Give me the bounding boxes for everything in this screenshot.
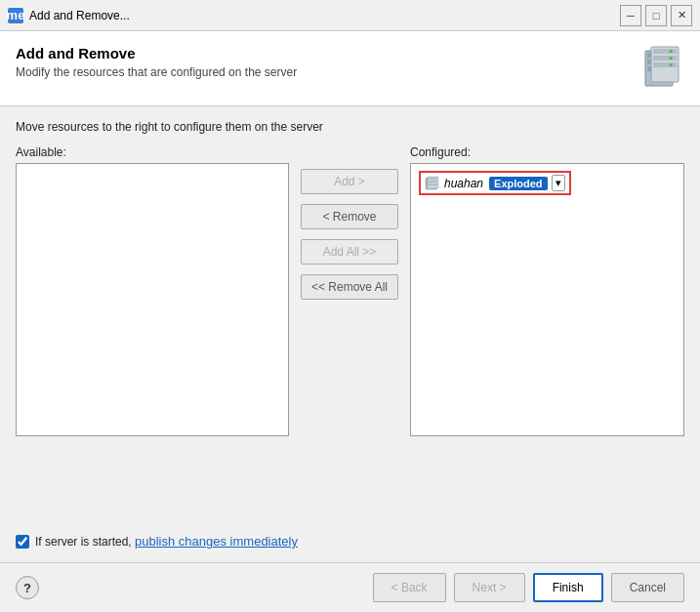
footer-left: ? <box>16 576 39 599</box>
checkbox-label: If server is started, publish changes im… <box>35 534 298 549</box>
dialog-subtitle: Modify the resources that are configured… <box>16 65 297 79</box>
svg-point-11 <box>670 50 673 53</box>
dialog-footer: ? < Back Next > Finish Cancel <box>0 562 700 612</box>
minimize-button[interactable]: ─ <box>620 5 641 26</box>
configured-item: huahan Exploded ▾ <box>415 168 679 198</box>
available-list[interactable] <box>16 163 289 436</box>
dialog-header: Add and Remove Modify the resources that… <box>0 31 700 106</box>
publish-checkbox[interactable] <box>16 535 29 549</box>
title-bar: me Add and Remove... ─ □ ✕ <box>0 0 700 31</box>
svg-point-12 <box>670 57 673 60</box>
configured-item-wrapper[interactable]: huahan Exploded ▾ <box>419 171 571 195</box>
finish-button[interactable]: Finish <box>533 573 603 602</box>
available-section: Available: <box>16 145 289 436</box>
svg-rect-19 <box>429 178 437 180</box>
configured-section: Configured: <box>410 145 684 436</box>
instruction-text: Move resources to the right to configure… <box>16 120 684 134</box>
svg-rect-8 <box>653 49 677 54</box>
title-bar-title: Add and Remove... <box>29 9 620 22</box>
cancel-button[interactable]: Cancel <box>611 573 684 602</box>
close-button[interactable]: ✕ <box>671 5 692 26</box>
svg-rect-9 <box>653 56 677 61</box>
configured-item-badge: Exploded <box>489 177 548 190</box>
configured-list[interactable]: huahan Exploded ▾ <box>410 163 684 436</box>
item-icon <box>425 176 440 191</box>
back-button[interactable]: < Back <box>373 573 446 602</box>
header-text: Add and Remove Modify the resources that… <box>16 45 297 79</box>
configured-label: Configured: <box>410 145 684 159</box>
maximize-button[interactable]: □ <box>645 5 667 26</box>
add-all-button[interactable]: Add All >> <box>301 239 398 265</box>
svg-rect-21 <box>429 184 437 185</box>
middle-buttons: Add > < Remove Add All >> << Remove All <box>289 145 410 300</box>
configured-item-name: huahan <box>444 177 483 190</box>
available-label: Available: <box>16 145 289 159</box>
svg-point-13 <box>670 63 673 66</box>
help-button[interactable]: ? <box>16 576 39 599</box>
remove-button[interactable]: < Remove <box>301 204 398 229</box>
panels-row: Available: Add > < Remove Add All >> << … <box>16 145 684 520</box>
remove-all-button[interactable]: << Remove All <box>301 274 398 300</box>
window-controls: ─ □ ✕ <box>620 5 692 26</box>
add-button[interactable]: Add > <box>301 169 398 194</box>
dialog-content: Move resources to the right to configure… <box>0 106 700 562</box>
svg-rect-10 <box>653 62 677 67</box>
footer-right: < Back Next > Finish Cancel <box>373 573 684 602</box>
publish-link[interactable]: publish changes immediately <box>135 534 298 549</box>
configured-dropdown[interactable]: ▾ <box>552 175 565 191</box>
next-button[interactable]: Next > <box>454 573 525 602</box>
server-icon <box>638 45 684 92</box>
app-icon: me <box>8 8 23 23</box>
checkbox-row: If server is started, publish changes im… <box>16 534 684 549</box>
dialog-title: Add and Remove <box>16 45 297 61</box>
svg-rect-20 <box>429 181 437 183</box>
